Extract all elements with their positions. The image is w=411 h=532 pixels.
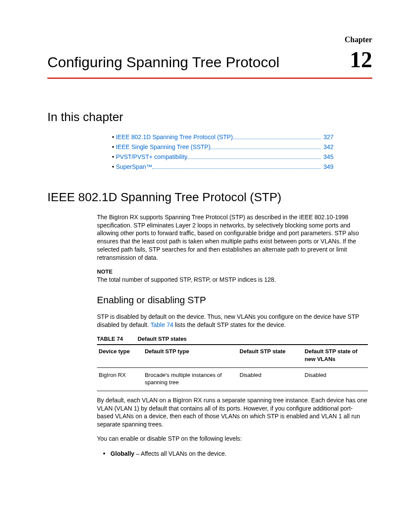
td-default-stp-state: Disabled: [238, 367, 303, 391]
chapter-title: Configuring Spanning Tree Protocol: [47, 53, 280, 72]
bullet-icon: •: [112, 163, 114, 171]
td-default-stp-state-new-vlans: Disabled: [303, 367, 368, 391]
toc-link-pvst[interactable]: PVST/PVST+ compatibility: [116, 153, 187, 161]
toc-leader: [187, 159, 321, 159]
td-default-stp-type: Brocade's multiple instances of spanning…: [143, 367, 238, 391]
toc-leader: [152, 168, 321, 169]
default-stp-states-table: Device type Default STP type Default STP…: [97, 344, 368, 391]
chapter-label: Chapter: [47, 34, 372, 45]
toc-page: 342: [324, 143, 333, 151]
header-rule: [47, 78, 372, 79]
after-table-paragraph: By default, each VLAN on a BigIron RX ru…: [97, 396, 368, 429]
chapter-header: Configuring Spanning Tree Protocol 12: [47, 45, 372, 75]
levels-list: Globally – Affects all VLANs on the devi…: [103, 449, 368, 458]
th-device-type: Device type: [97, 345, 143, 367]
table-header-row: Device type Default STP type Default STP…: [97, 345, 368, 367]
toc: • IEEE 802.1D Spanning Tree Protocol (ST…: [112, 133, 333, 171]
toc-item: • IEEE Single Spanning Tree (SSTP) 342: [112, 143, 333, 151]
list-item: Globally – Affects all VLANs on the devi…: [103, 449, 368, 458]
stp-intro-paragraph: The BigIron RX supports Spanning Tree Pr…: [97, 213, 368, 262]
note-label: NOTE: [97, 268, 368, 276]
bullet-icon: •: [112, 143, 114, 151]
enable-paragraph: STP is disabled by default on the device…: [97, 313, 368, 329]
toc-item: • IEEE 802.1D Spanning Tree Protocol (ST…: [112, 133, 333, 141]
enabling-stp-heading: Enabling or disabling STP: [97, 294, 368, 307]
table-caption: TABLE 74Default STP states: [97, 335, 368, 343]
levels-intro-paragraph: You can enable or disable STP on the fol…: [97, 435, 368, 443]
toc-link-sstp[interactable]: IEEE Single Spanning Tree (SSTP): [116, 143, 210, 151]
bullet-icon: •: [112, 153, 114, 161]
toc-leader: [233, 139, 321, 139]
toc-link-stp[interactable]: IEEE 802.1D Spanning Tree Protocol (STP): [116, 133, 233, 141]
toc-page: 349: [324, 163, 333, 171]
note-text: The total number of supported STP, RSTP,…: [97, 276, 368, 284]
toc-page: 327: [324, 133, 333, 141]
toc-item: • SuperSpan™ 349: [112, 163, 333, 171]
ieee-stp-heading: IEEE 802.1D Spanning Tree Protocol (STP): [47, 189, 372, 205]
table-row: BigIron RX Brocade's multiple instances …: [97, 367, 368, 391]
enable-text-post: lists the default STP states for the dev…: [173, 321, 286, 328]
bullet-desc: – Affects all VLANs on the device.: [134, 450, 227, 457]
td-device-type: BigIron RX: [97, 367, 143, 391]
table-title: Default STP states: [137, 336, 187, 342]
bullet-icon: •: [112, 133, 114, 141]
th-default-stp-state: Default STP state: [238, 345, 303, 367]
th-default-stp-type: Default STP type: [143, 345, 238, 367]
table-74-link[interactable]: Table 74: [150, 321, 173, 328]
in-this-chapter-heading: In this chapter: [47, 109, 372, 125]
table-number: TABLE 74: [97, 336, 123, 342]
th-default-stp-state-new-vlans: Default STP state of new VLANs: [303, 345, 368, 367]
toc-link-superspan[interactable]: SuperSpan™: [116, 163, 152, 171]
toc-item: • PVST/PVST+ compatibility 345: [112, 153, 333, 161]
chapter-number: 12: [350, 45, 372, 75]
toc-leader: [210, 149, 321, 149]
bullet-term: Globally: [111, 450, 134, 457]
toc-page: 345: [324, 153, 333, 161]
